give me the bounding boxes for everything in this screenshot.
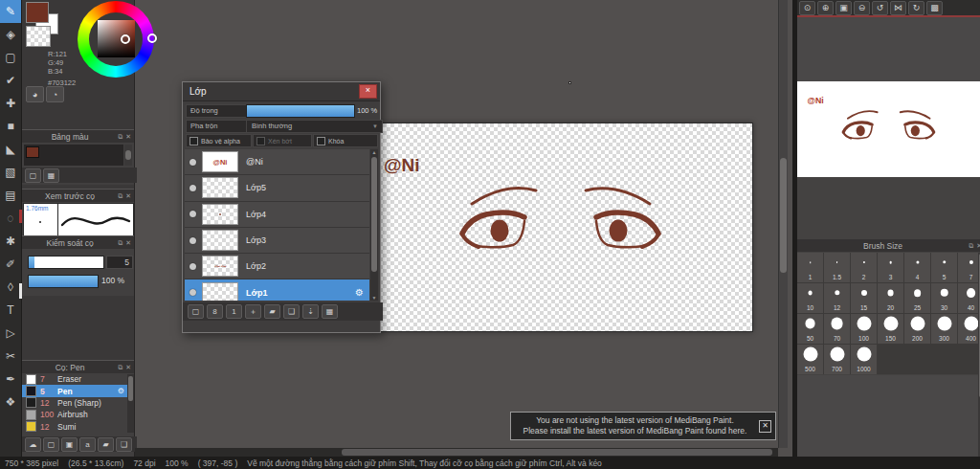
popup-window-icon[interactable]: ⧉ <box>118 133 122 141</box>
alpha-lock-checkbox[interactable]: Bảo vệ alpha <box>186 134 252 147</box>
gear-icon[interactable]: ⚙ <box>355 287 364 298</box>
hue-marker[interactable] <box>147 34 157 43</box>
workspace-vertical-scrollbar[interactable] <box>778 0 788 448</box>
brush-size-cell[interactable]: 20 <box>878 283 903 313</box>
rotate-right-button[interactable]: ↻ <box>908 1 924 15</box>
brush-size-cell[interactable]: 500 <box>797 345 823 374</box>
palette-dialog-icon[interactable]: ◕ <box>26 86 44 102</box>
layer-window-titlebar[interactable]: Lớp × <box>183 82 380 101</box>
magic-wand-tool-button[interactable]: ✱ <box>0 230 21 253</box>
brush-size-cell[interactable]: 2 <box>851 253 877 282</box>
brush-size-cell[interactable]: 5 <box>931 253 957 282</box>
lock-view-button[interactable]: ▩ <box>926 1 943 15</box>
divide-tool-button[interactable]: ✂ <box>0 345 21 368</box>
brush-size-cell[interactable]: 4 <box>904 253 930 282</box>
navigator-preview[interactable]: @Ni <box>797 81 980 177</box>
close-icon[interactable]: ✕ <box>125 239 131 247</box>
brush-size-value[interactable]: 5 <box>106 256 133 269</box>
brush-size-cell[interactable]: 50 <box>797 314 823 344</box>
fit-screen-button[interactable]: ▣ <box>835 1 852 15</box>
brush-size-cell[interactable]: 1000 <box>851 345 877 374</box>
layer-row[interactable]: Lớp3 <box>185 228 369 254</box>
transparent-color-swatch[interactable] <box>26 26 51 47</box>
shape-brush-tool-button[interactable]: ▢ <box>0 46 21 69</box>
layer-visibility-dot[interactable] <box>189 263 196 270</box>
brush-list-item[interactable]: 5Pen⚙ <box>22 385 127 396</box>
layer-row[interactable]: @Ni@Ni <box>185 149 369 175</box>
close-icon[interactable]: ✕ <box>976 242 980 250</box>
layer-visibility-dot[interactable] <box>189 159 196 166</box>
operation-tool-button[interactable]: ▷ <box>0 322 21 345</box>
zoom-in-button[interactable]: ⊕ <box>817 1 834 15</box>
text-tool-button[interactable]: T <box>0 299 21 322</box>
layer-visibility-dot[interactable] <box>189 185 196 191</box>
bucket-fill-tool-button[interactable]: ◣ <box>0 138 21 161</box>
brush-size-cell[interactable]: 30 <box>931 283 957 313</box>
duplicate-brush-icon[interactable]: ❏ <box>116 437 132 452</box>
brush-size-cell[interactable]: 7 <box>958 253 980 282</box>
brush-size-cell[interactable]: 1 <box>797 253 823 282</box>
foreground-color-swatch[interactable] <box>26 2 49 23</box>
layer-visibility-dot[interactable] <box>189 211 196 217</box>
brush-size-cell[interactable]: 150 <box>878 314 903 344</box>
brush-size-cell[interactable]: 40 <box>958 283 980 313</box>
workspace-horizontal-scrollbar[interactable] <box>135 448 778 457</box>
dot-pen-tool-button[interactable]: ✔ <box>0 69 21 92</box>
eyedropper-tool-button[interactable]: ✒ <box>0 368 21 391</box>
lasso-select-tool-button[interactable]: ◌ <box>0 207 21 230</box>
delete-color-icon[interactable]: ▦ <box>43 168 59 183</box>
brush-tool-button[interactable]: ✎ <box>0 0 21 23</box>
hand-tool-button[interactable]: ❖ <box>0 391 21 413</box>
brush-list-scrollbar[interactable] <box>127 374 134 433</box>
brush-list-item[interactable]: 7Eraser <box>22 373 127 385</box>
add-brush-menu-icon[interactable]: ▣ <box>61 437 78 452</box>
edit-brush-icon[interactable]: a <box>79 437 96 452</box>
select-pen-tool-button[interactable]: ✐ <box>0 253 21 276</box>
gradient-tool-button[interactable]: ▧ <box>0 161 21 184</box>
brush-folder-icon[interactable]: ▰ <box>98 437 114 452</box>
layer-row[interactable]: Lớp5 <box>185 175 369 201</box>
add-layer-menu-icon[interactable]: ＋ <box>245 304 261 319</box>
brush-size-cell[interactable]: 70 <box>824 314 850 344</box>
close-icon[interactable]: ✕ <box>759 420 771 433</box>
add-brush-icon[interactable]: ▢ <box>43 437 59 452</box>
layer-row[interactable]: Lớp1⚙ <box>185 279 369 301</box>
layer-folder-icon[interactable]: ▰ <box>264 304 280 319</box>
select-all-tool-button[interactable]: ■ <box>0 115 21 138</box>
close-icon[interactable]: ✕ <box>125 133 131 141</box>
brush-size-cell[interactable]: 25 <box>904 283 930 313</box>
close-icon[interactable]: × <box>359 84 377 99</box>
palette-scrollbar[interactable] <box>124 145 132 166</box>
move-tool-button[interactable]: ✚ <box>0 92 21 115</box>
add-layer-icon[interactable]: ▢ <box>188 304 204 319</box>
layer-blend-dropdown[interactable]: Bình thường ▼ <box>246 120 383 133</box>
palette-edit-icon[interactable]: ◔ <box>46 86 64 102</box>
brush-list-item[interactable]: 12Sumi <box>22 421 127 433</box>
flip-horizontal-button[interactable]: ⋈ <box>890 1 906 15</box>
brush-size-cell[interactable]: 100 <box>851 314 877 344</box>
clipping-checkbox[interactable]: Xén bớt <box>253 134 312 147</box>
merge-layer-icon[interactable]: ⇣ <box>302 304 319 319</box>
delete-layer-icon[interactable]: ▦ <box>322 304 338 319</box>
brush-size-cell[interactable]: 1.5 <box>824 253 850 282</box>
layer-row[interactable]: ∼∼Lớp2 <box>185 254 369 279</box>
rotate-left-button[interactable]: ↺ <box>872 1 888 15</box>
eraser-tool-button[interactable]: ◈ <box>0 23 21 46</box>
brush-size-cell[interactable]: 300 <box>931 314 957 344</box>
add-color-icon[interactable]: ▢ <box>25 168 41 183</box>
brush-size-cell[interactable]: 3 <box>878 253 903 282</box>
brush-size-cell[interactable]: 200 <box>904 314 930 344</box>
popup-window-icon[interactable]: ⧉ <box>118 239 122 247</box>
add-8bit-layer-icon[interactable]: 8 <box>207 304 223 319</box>
zoom-actual-button[interactable]: ⊙ <box>799 1 815 15</box>
zoom-out-button[interactable]: ⊖ <box>854 1 870 15</box>
brush-opacity-slider[interactable] <box>28 275 99 288</box>
add-1bit-layer-icon[interactable]: 1 <box>226 304 242 319</box>
layer-visibility-dot[interactable] <box>189 237 196 244</box>
popup-window-icon[interactable]: ⧉ <box>969 242 973 250</box>
palette-selected-color[interactable] <box>26 146 39 158</box>
brush-size-cell[interactable]: 15 <box>851 283 877 313</box>
sv-marker[interactable] <box>121 34 130 44</box>
gear-icon[interactable]: ⚙ <box>118 387 124 395</box>
palette-color-list[interactable] <box>24 145 123 166</box>
